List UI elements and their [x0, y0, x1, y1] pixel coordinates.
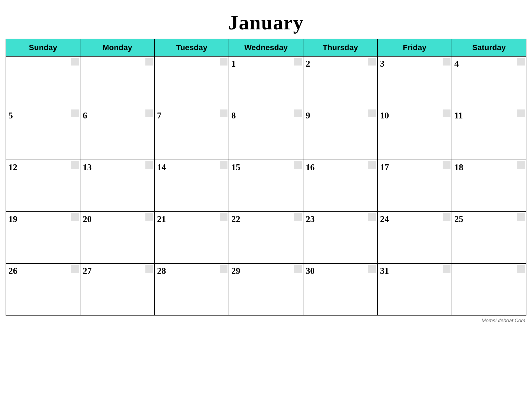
- calendar-cell[interactable]: 8: [229, 108, 303, 160]
- calendar-cell[interactable]: 17: [377, 160, 452, 212]
- corner-decoration: [443, 265, 450, 273]
- calendar-cell[interactable]: [452, 263, 526, 315]
- calendar-table: Sunday Monday Tuesday Wednesday Thursday…: [6, 39, 526, 316]
- calendar-cell[interactable]: 22: [229, 212, 303, 263]
- calendar-cell[interactable]: 19: [6, 212, 80, 263]
- corner-decoration: [517, 213, 525, 221]
- calendar-cell[interactable]: 14: [155, 160, 229, 212]
- calendar-cell[interactable]: 25: [452, 212, 526, 263]
- calendar-cell[interactable]: 4: [452, 56, 526, 108]
- day-number: 30: [306, 266, 315, 276]
- calendar-cell[interactable]: 24: [377, 212, 452, 263]
- corner-decoration: [220, 109, 227, 117]
- corner-decoration: [71, 161, 79, 169]
- day-number: 29: [231, 266, 240, 276]
- day-number: 21: [157, 214, 166, 224]
- day-number: 4: [454, 59, 459, 69]
- week-row-5: 262728293031: [6, 263, 526, 315]
- calendar-cell[interactable]: 11: [452, 108, 526, 160]
- header-friday: Friday: [377, 39, 452, 56]
- corner-decoration: [294, 213, 302, 221]
- day-number: 27: [83, 266, 92, 276]
- calendar-cell[interactable]: 9: [303, 108, 377, 160]
- corner-decoration: [220, 265, 227, 273]
- calendar-cell[interactable]: [155, 56, 229, 108]
- header-tuesday: Tuesday: [155, 39, 229, 56]
- calendar-cell[interactable]: 18: [452, 160, 526, 212]
- calendar-cell[interactable]: [80, 56, 154, 108]
- corner-decoration: [71, 265, 79, 273]
- header-row: Sunday Monday Tuesday Wednesday Thursday…: [6, 39, 526, 56]
- calendar-cell[interactable]: 31: [377, 263, 452, 315]
- calendar-cell[interactable]: 7: [155, 108, 229, 160]
- corner-decoration: [443, 109, 450, 117]
- corner-decoration: [145, 109, 153, 117]
- calendar-cell[interactable]: 26: [6, 263, 80, 315]
- calendar-cell[interactable]: 5: [6, 108, 80, 160]
- corner-decoration: [368, 109, 376, 117]
- day-number: 12: [8, 162, 17, 172]
- week-row-1: 1234: [6, 56, 526, 108]
- day-number: 18: [454, 162, 463, 172]
- calendar-container: January Sunday Monday Tuesday Wednesday …: [6, 6, 526, 325]
- day-number: 19: [8, 214, 17, 224]
- header-thursday: Thursday: [303, 39, 377, 56]
- day-number: 17: [380, 162, 389, 172]
- calendar-cell[interactable]: 10: [377, 108, 452, 160]
- calendar-cell[interactable]: 29: [229, 263, 303, 315]
- day-number: 25: [454, 214, 463, 224]
- day-number: 7: [157, 110, 162, 120]
- corner-decoration: [368, 265, 376, 273]
- corner-decoration: [71, 58, 79, 66]
- corner-decoration: [517, 265, 525, 273]
- calendar-body: 1234567891011121314151617181920212223242…: [6, 56, 526, 315]
- corner-decoration: [517, 58, 525, 66]
- calendar-cell[interactable]: 23: [303, 212, 377, 263]
- day-number: 10: [380, 110, 389, 120]
- calendar-cell[interactable]: 28: [155, 263, 229, 315]
- day-number: 22: [231, 214, 240, 224]
- calendar-cell[interactable]: 15: [229, 160, 303, 212]
- header-monday: Monday: [80, 39, 154, 56]
- day-number: 31: [380, 266, 389, 276]
- calendar-cell[interactable]: 1: [229, 56, 303, 108]
- corner-decoration: [294, 58, 302, 66]
- day-number: 26: [8, 266, 17, 276]
- calendar-cell[interactable]: 2: [303, 56, 377, 108]
- corner-decoration: [145, 161, 153, 169]
- week-row-4: 19202122232425: [6, 212, 526, 263]
- corner-decoration: [294, 161, 302, 169]
- day-number: 28: [157, 266, 166, 276]
- corner-decoration: [443, 161, 450, 169]
- corner-decoration: [145, 265, 153, 273]
- day-number: 13: [83, 162, 92, 172]
- day-number: 23: [306, 214, 315, 224]
- header-saturday: Saturday: [452, 39, 526, 56]
- calendar-cell[interactable]: 30: [303, 263, 377, 315]
- calendar-title: January: [6, 6, 526, 39]
- calendar-cell[interactable]: 27: [80, 263, 154, 315]
- watermark: MomsLifeboat.Com: [6, 316, 526, 325]
- calendar-cell[interactable]: 6: [80, 108, 154, 160]
- calendar-cell[interactable]: [6, 56, 80, 108]
- corner-decoration: [368, 213, 376, 221]
- corner-decoration: [443, 213, 450, 221]
- day-number: 5: [8, 110, 13, 120]
- corner-decoration: [294, 109, 302, 117]
- day-number: 15: [231, 162, 240, 172]
- day-number: 11: [454, 110, 463, 120]
- calendar-cell[interactable]: 20: [80, 212, 154, 263]
- corner-decoration: [294, 265, 302, 273]
- day-number: 16: [306, 162, 315, 172]
- day-number: 20: [83, 214, 92, 224]
- calendar-cell[interactable]: 21: [155, 212, 229, 263]
- calendar-cell[interactable]: 13: [80, 160, 154, 212]
- day-number: 24: [380, 214, 389, 224]
- corner-decoration: [220, 213, 227, 221]
- calendar-cell[interactable]: 12: [6, 160, 80, 212]
- calendar-cell[interactable]: 3: [377, 56, 452, 108]
- calendar-cell[interactable]: 16: [303, 160, 377, 212]
- header-wednesday: Wednesday: [229, 39, 303, 56]
- corner-decoration: [71, 213, 79, 221]
- day-number: 8: [231, 110, 236, 120]
